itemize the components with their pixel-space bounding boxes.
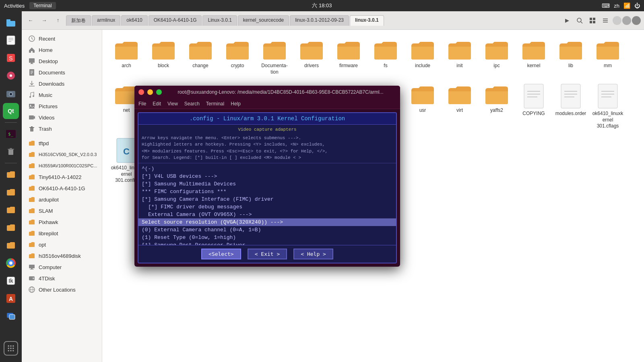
user-avatar-2[interactable] — [622, 16, 631, 25]
terminal-menu-edit[interactable]: Edit — [153, 101, 161, 107]
sidebar-item-pixhawk[interactable]: Pixhawk — [23, 216, 100, 228]
sidebar-item-desktop[interactable]: Desktop — [23, 56, 100, 67]
tiny-dock-icon[interactable] — [3, 202, 19, 218]
window-close-button[interactable] — [138, 89, 144, 95]
sidebar-item-opt[interactable]: opt — [23, 239, 100, 250]
file-copying[interactable]: COPYING — [516, 81, 551, 132]
terminal-dock-icon[interactable]: $_ — [3, 126, 19, 142]
trash-dock-icon[interactable] — [3, 144, 19, 160]
more-tabs-button[interactable]: ▶ — [563, 16, 572, 25]
tab-ok6410-a[interactable]: OK6410-A-6410-1G — [149, 15, 202, 26]
sidebar-item-tftpd[interactable]: tftpd — [23, 138, 100, 149]
sdk1-dock-icon[interactable] — [3, 184, 19, 200]
sidebar-item-hi3559[interactable]: Hi3559AV100R001C02SPC... — [23, 160, 100, 171]
ardupilot-dock-icon[interactable] — [3, 237, 19, 253]
terminal-menu-view[interactable]: View — [167, 101, 178, 107]
virtualbox-dock-icon[interactable] — [3, 308, 19, 324]
sidebar-item-ok6410-bm[interactable]: OK6410-A-6410-1G — [23, 183, 100, 194]
folder-drivers[interactable]: drivers — [294, 36, 329, 78]
qt-dock-icon[interactable]: Qt — [3, 103, 19, 119]
terminal-menu-help[interactable]: Help — [231, 101, 241, 107]
sidebar-item-videos[interactable]: Videos — [23, 112, 100, 123]
folder-include[interactable]: include — [405, 36, 440, 78]
sidebar-item-recent[interactable]: Recent — [23, 33, 100, 44]
kconfig-select-button[interactable]: <Select> — [201, 249, 241, 259]
folder-mm[interactable]: mm — [590, 36, 625, 78]
folder-yaffs2[interactable]: yaffs2 — [479, 81, 514, 132]
file-cflags[interactable]: ok6410_linuxkernel 301.cflags — [590, 81, 625, 132]
sidebar-item-pictures[interactable]: Pictures — [23, 101, 100, 112]
folder-ipc[interactable]: ipc — [479, 36, 514, 78]
sidebar-item-documents[interactable]: Documents — [23, 67, 100, 78]
kconfig-item-10[interactable]: [*] Samsung Post Processor Driver — [138, 241, 396, 245]
forward-button[interactable]: → — [39, 15, 50, 26]
parent-button[interactable]: ↑ — [52, 15, 64, 26]
folder-usr[interactable]: usr — [405, 81, 440, 132]
kconfig-item-6[interactable]: External Camera (OVT OV965X) ---> — [138, 211, 396, 218]
search-button[interactable] — [574, 15, 585, 26]
folder-block[interactable]: block — [146, 36, 181, 78]
inkscape-dock-icon[interactable]: Ik — [3, 273, 19, 289]
sidebar-item-tiny[interactable]: Tiny6410-A-14022 — [23, 171, 100, 183]
folder-init[interactable]: init — [442, 36, 477, 78]
ok6410-dock-icon[interactable] — [3, 220, 19, 236]
folder-fs[interactable]: fs — [368, 36, 403, 78]
lang-label[interactable]: zh — [614, 3, 619, 9]
tab-linux-date[interactable]: linux-3.0.1-2012-09-23 — [290, 15, 349, 26]
tftpd-dock-icon[interactable] — [3, 167, 19, 183]
kconfig-item-9[interactable]: (1) Reset Type (0=low, 1=high) — [138, 234, 396, 241]
tab-xinjiajuan[interactable]: 新加卷 — [66, 15, 91, 26]
ardour-dock-icon[interactable]: A — [3, 290, 19, 306]
kconfig-item-1[interactable]: [*] V4L USB devices ---> — [138, 173, 396, 180]
user-avatar[interactable] — [613, 16, 621, 25]
file-modules-order[interactable]: modules.order — [553, 81, 588, 132]
tab-armlinux[interactable]: armlinux — [92, 15, 120, 26]
software-dock-icon[interactable]: S — [3, 50, 19, 66]
kconfig-item-8[interactable]: (0) External Camera channel (0=A, 1=B) — [138, 226, 396, 234]
tab-linux301[interactable]: Linux-3.0.1 — [202, 15, 237, 26]
power-icon[interactable]: ⏻ — [634, 2, 640, 9]
tab-linux-current[interactable]: linux-3.0.1 — [350, 15, 384, 26]
camera-dock-icon[interactable] — [3, 85, 19, 101]
terminal-label[interactable]: Terminal — [29, 2, 56, 9]
sidebar-item-hi3516[interactable]: Hi3516CV500_SDK_V2.0.0.3 — [23, 149, 100, 160]
menu-button[interactable] — [600, 15, 611, 26]
tab-kernel-src[interactable]: kernel_sourcecode — [238, 15, 289, 26]
show-apps-icon[interactable] — [4, 341, 18, 356]
sidebar-item-other-locations[interactable]: Other Locations — [23, 284, 100, 295]
folder-arch[interactable]: arch — [109, 36, 144, 78]
text-editor-dock-icon[interactable] — [3, 32, 19, 48]
kconfig-help-button[interactable]: < Help > — [293, 249, 333, 259]
kconfig-exit-button[interactable]: < Exit > — [248, 249, 287, 259]
folder-firmware[interactable]: firmware — [331, 36, 366, 78]
sidebar-item-trash[interactable]: Trash — [23, 123, 100, 134]
window-minimize-button[interactable] — [147, 89, 153, 95]
back-button[interactable]: ← — [25, 15, 36, 26]
window-close-btn[interactable] — [632, 16, 641, 25]
folder-lib[interactable]: lib — [553, 36, 588, 78]
sidebar-item-computer[interactable]: Computer — [23, 261, 100, 273]
view-toggle-button[interactable] — [587, 15, 598, 26]
sidebar-item-ardupilot[interactable]: ardupilot — [23, 194, 100, 205]
terminal-menu-file[interactable]: File — [138, 101, 146, 107]
folder-change[interactable]: change — [183, 36, 218, 78]
terminal-menu-terminal[interactable]: Terminal — [206, 101, 224, 107]
files-dock-icon[interactable] — [3, 14, 19, 31]
tab-ok6410[interactable]: ok6410 — [121, 15, 147, 26]
folder-documentation[interactable]: Documenta­tion — [257, 36, 292, 78]
chrome-dock-icon[interactable] — [3, 255, 19, 271]
sidebar-item-music[interactable]: Music — [23, 89, 100, 101]
terminal-menu-search[interactable]: Search — [184, 101, 200, 107]
sidebar-item-downloads[interactable]: Downloads — [23, 78, 100, 89]
kconfig-item-7-highlighted[interactable]: Select source resolution (QVGA(320X240))… — [138, 218, 396, 226]
sidebar-item-hi3516disk[interactable]: hi3516ov4689disk — [23, 250, 100, 261]
sidebar-item-4tdisk[interactable]: 4TDisk — [23, 273, 100, 284]
sidebar-item-librepilot[interactable]: librepilot — [23, 228, 100, 239]
folder-virt[interactable]: virt — [442, 81, 477, 132]
sidebar-item-home[interactable]: Home — [23, 44, 100, 56]
folder-kernel[interactable]: kernel — [516, 36, 551, 78]
kconfig-item-5[interactable]: [*] FIMC driver debug messages — [138, 203, 396, 211]
kconfig-item-4[interactable]: [*] Samsung Camera Interface (FIMC) driv… — [138, 195, 396, 203]
folder-crypto[interactable]: crypto — [220, 36, 255, 78]
kconfig-item-2[interactable]: [*] Samsung Multimedia Devices — [138, 180, 396, 188]
